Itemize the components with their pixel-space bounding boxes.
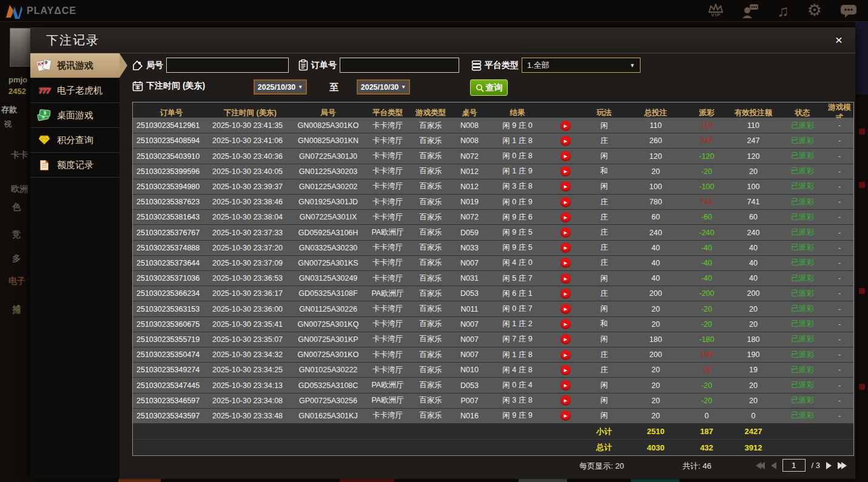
cell-bet-time: 2025-10-30 23:38:46 [210,198,291,206]
chevron-down-icon: ▼ [630,62,635,69]
cell-platform: 卡卡湾厅 [366,136,409,146]
cell-total-bet: 20 [625,320,686,329]
cell-platform: 卡卡湾厅 [366,365,409,375]
cell-round-id: GN03325A30230 [291,244,366,252]
round-no-input[interactable] [166,58,289,73]
cell-bet-time: 2025-10-30 23:34:08 [210,397,291,405]
replay-play-icon[interactable]: ▶ [560,181,571,192]
replay-play-icon[interactable]: ▶ [560,212,571,223]
cell-total-bet: 200 [625,350,686,359]
sidebar-item-points[interactable]: 积分查询 [30,128,119,153]
replay-play-icon[interactable]: ▶ [560,227,571,238]
replay-play-icon[interactable]: ▶ [560,319,571,329]
order-no-input[interactable] [340,58,459,73]
cell-table-no: D053 [452,381,487,390]
cell-play: 闲 [583,304,625,314]
bet-time-label: 下注时间 (美东) [146,81,205,92]
status-badge: 已派彩 [779,243,826,253]
status-badge: 已派彩 [779,395,826,406]
cell-order-id: 251030235347445 [133,381,210,390]
cell-valid-bet: 40 [727,259,779,267]
cell-game-type: 百家乐 [409,289,452,299]
grand-total-bet: 4030 [625,443,686,452]
cell-result: 闲 4 庄 0 [487,258,548,268]
replay-play-icon[interactable]: ▶ [560,304,571,314]
cell-game-mode: - [826,259,853,267]
cell-platform: 卡卡湾厅 [366,243,409,253]
sidebar-item-live-games[interactable]: K♥9 视讯游戏 [30,53,119,78]
cell-platform: 卡卡湾厅 [366,304,409,314]
cell-result: 闲 3 庄 8 [487,181,548,192]
prev-page-icon[interactable] [771,462,776,469]
cell-play: 闲 [583,273,625,284]
cell-order-id: 251030235371036 [133,274,210,283]
playing-cards-icon: K♥9 [35,59,53,72]
social-chat-icon[interactable] [742,4,759,18]
cell-total-bet: 20 [625,167,686,176]
table-row: 251030235408594 2025-10-30 23:41:06 GN00… [133,133,853,149]
replay-play-icon[interactable]: ▶ [560,121,571,131]
brand-logo[interactable]: PLAYΔCE [5,3,76,19]
cell-game-type: 百家乐 [409,410,452,421]
cell-valid-bet: 20 [727,320,779,329]
cell-order-id: 251030235360675 [133,320,210,329]
cell-total-bet: 20 [625,381,686,390]
first-page-icon[interactable] [756,462,765,469]
status-badge: 已派彩 [779,380,826,390]
music-icon[interactable]: ♫ [777,3,789,19]
cell-round-id: GN07225A301IX [291,213,366,221]
sidebar-item-table-games[interactable]: $$ 桌面游戏 [30,103,119,128]
subtotal-row: 小计 2510 187 2427 [133,424,853,440]
replay-play-icon[interactable]: ▶ [560,380,571,390]
cell-game-mode: - [826,366,853,374]
cell-total-bet: 20 [625,397,686,405]
cell-result: 闲 7 庄 9 [487,334,548,344]
cell-order-id: 251030235346597 [133,397,210,405]
close-icon[interactable]: × [831,32,847,48]
cell-result: 闲 9 庄 6 [487,212,548,223]
replay-play-icon[interactable]: ▶ [560,258,571,268]
chat-bubble-icon[interactable] [840,4,857,18]
replay-play-icon[interactable]: ▶ [560,243,571,253]
replay-play-icon[interactable]: ▶ [560,166,571,176]
date-to-picker[interactable]: 2025/10/30 ▼ [357,79,410,95]
cell-payout: 110 [686,121,727,130]
cell-total-bet: 60 [625,213,686,221]
replay-play-icon[interactable]: ▶ [560,151,571,161]
vip-icon[interactable]: VIP [708,4,724,18]
replay-play-icon[interactable]: ▶ [560,197,571,207]
cell-play: 闲 [583,334,625,344]
next-page-icon[interactable] [826,462,832,469]
replay-play-icon[interactable]: ▶ [560,365,571,375]
cell-round-id: GN03125A30249 [291,274,366,283]
status-badge: 已派彩 [779,289,826,299]
cell-bet-time: 2025-10-30 23:37:33 [210,229,291,237]
cell-game-type: 百家乐 [409,350,452,360]
replay-play-icon[interactable]: ▶ [560,350,571,360]
cell-order-id: 251030235373644 [133,259,210,267]
replay-play-icon[interactable]: ▶ [560,410,571,421]
platform-list-icon [471,60,482,71]
cell-game-type: 百家乐 [409,319,452,329]
replay-play-icon[interactable]: ▶ [560,289,571,299]
sidebar-item-slots[interactable]: 777 电子老虎机 [30,78,119,103]
search-button[interactable]: 查询 [470,79,508,96]
sidebar-item-credit-records[interactable]: 额度记录 [30,153,119,178]
table-row: 251030235371036 2025-10-30 23:36:53 GN03… [133,271,853,286]
platform-type-select[interactable]: 1.全部 ▼ [522,58,641,73]
replay-play-icon[interactable]: ▶ [560,273,571,284]
settings-gear-icon[interactable]: ⚙ [807,2,822,19]
cell-order-id: 251030235412961 [133,121,210,130]
replay-play-icon[interactable]: ▶ [560,136,571,146]
cell-platform: 卡卡湾厅 [366,410,409,421]
cell-bet-time: 2025-10-30 23:38:04 [210,213,291,221]
replay-play-icon[interactable]: ▶ [560,334,571,344]
page-number-input[interactable] [782,459,806,472]
last-page-icon[interactable] [838,462,847,469]
status-badge: 已派彩 [779,365,826,375]
cell-play: 庄 [583,365,625,375]
replay-play-icon[interactable]: ▶ [560,395,571,406]
subtotal-bet: 2510 [625,427,686,436]
cell-game-mode: - [826,229,853,237]
date-from-picker[interactable]: 2025/10/30 ▼ [254,79,307,95]
